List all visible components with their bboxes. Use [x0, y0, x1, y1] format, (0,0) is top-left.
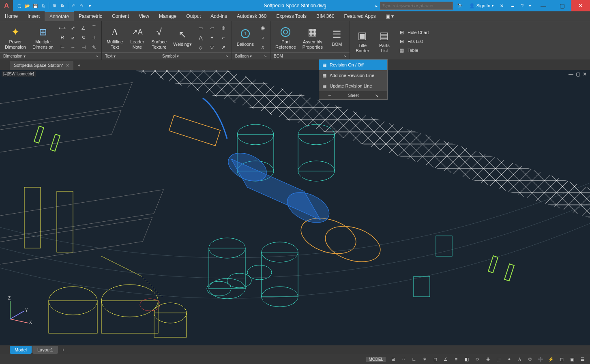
maximize-button[interactable]: ▢: [553, 0, 571, 11]
panel-label-bom[interactable]: BOM↘: [270, 52, 350, 60]
symbol2-icon[interactable]: ▽: [207, 43, 217, 52]
balloon-tool2-icon[interactable]: ♪: [258, 33, 268, 42]
pin-icon[interactable]: ⊣: [328, 93, 332, 98]
edge-icon[interactable]: ⌐: [219, 33, 228, 42]
datum-icon[interactable]: ▱: [207, 24, 217, 32]
edit-dim-icon[interactable]: ✎: [89, 43, 99, 52]
radius-dim-icon[interactable]: R: [58, 33, 67, 42]
fits-list-button[interactable]: ⊟Fits List: [396, 37, 431, 46]
linear-dim-icon[interactable]: ⟷: [58, 24, 67, 32]
infocenter-search-input[interactable]: [380, 2, 453, 10]
panel-expand-icon[interactable]: ↘: [343, 54, 346, 58]
panel-expand-icon[interactable]: ↘: [95, 54, 98, 58]
tab-output[interactable]: Output: [181, 11, 206, 21]
tab-expresstools[interactable]: Express Tools: [271, 11, 311, 21]
close-button[interactable]: ✕: [571, 0, 590, 11]
otrack-icon[interactable]: ∠: [441, 355, 451, 363]
transparency-icon[interactable]: ◧: [462, 355, 472, 363]
panel-label-balloon[interactable]: Balloon ▾↘: [232, 52, 270, 60]
table-button[interactable]: ▦Table: [396, 46, 431, 55]
tab-featuredapps[interactable]: Featured Apps: [339, 11, 381, 21]
symbol1-icon[interactable]: ◇: [196, 43, 206, 52]
exchange-icon[interactable]: ✕: [498, 1, 506, 10]
undo-icon[interactable]: ↶: [70, 2, 77, 9]
diameter-dim-icon[interactable]: ⌀: [68, 33, 78, 42]
surface-texture-button[interactable]: √ Surface Texture: [149, 25, 169, 50]
balloon-tool1-icon[interactable]: ◉: [258, 24, 268, 32]
tab-bim360[interactable]: BIM 360: [311, 11, 339, 21]
panel-label-text-symbol[interactable]: Text ▾Symbol ▾↘: [102, 52, 232, 60]
feature-frame-icon[interactable]: ▭: [196, 24, 206, 32]
tab-insert[interactable]: Insert: [23, 11, 45, 21]
title-border-button[interactable]: ▣ Title Border: [352, 28, 373, 54]
redo-icon[interactable]: ↷: [78, 2, 85, 9]
balloon-tool3-icon[interactable]: ♫: [258, 43, 268, 52]
cycling-icon[interactable]: ⟳: [472, 355, 482, 363]
modelspace-indicator[interactable]: MODEL: [366, 357, 386, 362]
add-revision-item[interactable]: ▦Add one Revision Line: [319, 70, 387, 81]
bom-button[interactable]: ☰ BOM: [327, 27, 347, 47]
multiple-dimension-button[interactable]: ⊞ Multiple Dimension: [30, 25, 56, 50]
workspace-icon[interactable]: ⚙: [525, 355, 535, 363]
cleanscreen-icon[interactable]: ▣: [567, 355, 577, 363]
ortho-icon[interactable]: ∟: [409, 355, 419, 363]
polar-icon[interactable]: ✶: [420, 355, 429, 363]
assembly-properties-button[interactable]: ▦ Assembly Properties: [300, 25, 325, 50]
panel-label-dimension[interactable]: Dimension ▾↘: [0, 52, 101, 60]
tab-home[interactable]: Home: [0, 11, 23, 21]
hole-chart-button[interactable]: ⊞Hole Chart: [396, 28, 431, 37]
grid-icon[interactable]: ⊞: [388, 355, 398, 363]
hardware-accel-icon[interactable]: ⚡: [546, 355, 556, 363]
dynucs-icon[interactable]: ⬚: [493, 355, 503, 363]
arc-dim-icon[interactable]: ⌒: [89, 24, 99, 32]
baseline-dim-icon[interactable]: ⊢: [58, 43, 67, 52]
tab-addins[interactable]: Add-ins: [206, 11, 232, 21]
tab-plugin-icon[interactable]: ▣ ▾: [381, 11, 399, 21]
update-revision-item[interactable]: ▦Update Revision Line: [319, 81, 387, 91]
open-icon[interactable]: 📂: [24, 2, 31, 9]
power-dimension-button[interactable]: ✦ Power Dimension: [2, 25, 28, 50]
plot-icon[interactable]: 🖶: [51, 2, 58, 9]
balloons-button[interactable]: 1 Balloons: [234, 27, 256, 47]
panel-expand-icon[interactable]: ↘: [225, 54, 228, 58]
break-dim-icon[interactable]: ⊣: [79, 43, 88, 52]
angular-dim-icon[interactable]: ∠: [79, 24, 88, 32]
lineweight-icon[interactable]: ≡: [451, 355, 461, 363]
multiline-text-button[interactable]: A Multiline Text: [104, 25, 125, 50]
tab-parametric[interactable]: Parametric: [74, 11, 107, 21]
jogged-dim-icon[interactable]: ↯: [79, 33, 88, 42]
viewport-controls-label[interactable]: [–][SW Isometric]: [2, 71, 36, 77]
vp-close-icon[interactable]: ✕: [583, 71, 587, 77]
plot-preview-icon[interactable]: 🗎: [59, 2, 66, 9]
3dosnap-icon[interactable]: ✚: [483, 355, 493, 363]
taper-icon[interactable]: ⋀: [196, 33, 206, 42]
vp-minimize-icon[interactable]: —: [569, 71, 573, 77]
help-icon[interactable]: ?: [519, 2, 526, 9]
snap-icon[interactable]: ∷: [399, 355, 408, 363]
model-tab[interactable]: Model: [10, 346, 32, 354]
app-menu-button[interactable]: A: [0, 0, 13, 11]
datum-target-icon[interactable]: ⊕: [219, 24, 228, 32]
welding-button[interactable]: ↖ Welding▾: [171, 27, 194, 47]
revision-toggle-item[interactable]: ▦Revision On / Off: [319, 60, 387, 70]
tab-content[interactable]: Content: [107, 11, 134, 21]
vp-restore-icon[interactable]: ▢: [576, 71, 580, 77]
tab-view[interactable]: View: [134, 11, 154, 21]
gizmo-icon[interactable]: ✦: [504, 355, 514, 363]
leader-note-button[interactable]: ↗A Leader Note: [127, 25, 147, 50]
dropdown-footer[interactable]: ⊣Sheet↘: [319, 91, 387, 99]
panel-expand-icon[interactable]: ↘: [264, 54, 267, 58]
annomonitor-icon[interactable]: ➕: [536, 355, 545, 363]
isolate-icon[interactable]: ◻: [557, 355, 566, 363]
part-reference-button[interactable]: Part Reference: [273, 25, 298, 50]
tab-close-icon[interactable]: ✕: [66, 63, 69, 68]
expand-icon[interactable]: ↘: [375, 93, 378, 98]
saveas-icon[interactable]: ⎘: [40, 2, 47, 9]
parts-list-button[interactable]: ▤ Parts List: [374, 28, 395, 54]
continue-dim-icon[interactable]: →: [68, 43, 78, 52]
save-icon[interactable]: 💾: [32, 2, 39, 9]
new-tab-button[interactable]: +: [74, 61, 84, 70]
tab-autodesk360[interactable]: Autodesk 360: [232, 11, 271, 21]
center-mark-icon[interactable]: +: [207, 33, 217, 42]
customize-status-icon[interactable]: ☰: [578, 355, 588, 363]
